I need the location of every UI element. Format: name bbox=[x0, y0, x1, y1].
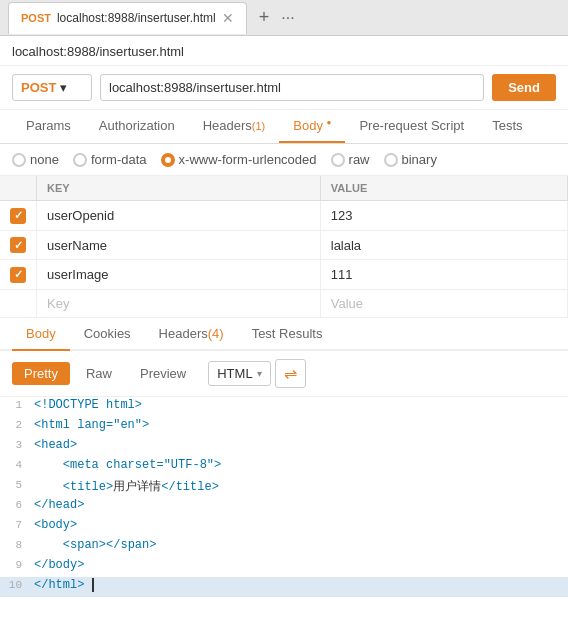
wrap-button[interactable]: ⇌ bbox=[275, 359, 306, 388]
tab-params[interactable]: Params bbox=[12, 110, 85, 143]
tab-tests[interactable]: Tests bbox=[478, 110, 536, 143]
body-type-options: none form-data x-www-form-urlencoded raw… bbox=[0, 144, 568, 176]
tab-body[interactable]: Body ● bbox=[279, 110, 345, 143]
row3-value[interactable]: 111 bbox=[320, 260, 567, 290]
line-content: <body> bbox=[30, 518, 568, 532]
line-number: 6 bbox=[0, 498, 30, 511]
tab-url: localhost:8988/insertuser.html bbox=[57, 11, 216, 25]
line-number: 5 bbox=[0, 478, 30, 491]
url-input[interactable] bbox=[100, 74, 484, 101]
format-label: HTML bbox=[217, 366, 252, 381]
method-select[interactable]: POST ▾ bbox=[12, 74, 92, 101]
pretty-button[interactable]: Pretty bbox=[12, 362, 70, 385]
line-content: <title>用户详情</title> bbox=[30, 478, 568, 495]
radio-form-data[interactable]: form-data bbox=[73, 152, 147, 167]
line-content: </head> bbox=[30, 498, 568, 512]
radio-raw-circle bbox=[331, 153, 345, 167]
radio-raw[interactable]: raw bbox=[331, 152, 370, 167]
request-nav-tabs: Params Authorization Headers(1) Body ● P… bbox=[0, 110, 568, 144]
table-row: userOpenid 123 bbox=[0, 201, 568, 231]
empty-value-cell[interactable]: Value bbox=[320, 289, 567, 317]
preview-button[interactable]: Preview bbox=[128, 362, 198, 385]
line-content: <html lang="en"> bbox=[30, 418, 568, 432]
url-display: localhost:8988/insertuser.html bbox=[0, 36, 568, 66]
line-number: 2 bbox=[0, 418, 30, 431]
send-button[interactable]: Send bbox=[492, 74, 556, 101]
params-table: KEY VALUE userOpenid 123 userName lalala… bbox=[0, 176, 568, 318]
radio-binary[interactable]: binary bbox=[384, 152, 437, 167]
code-line: 3<head> bbox=[0, 437, 568, 457]
line-content: </html> bbox=[30, 578, 568, 592]
radio-binary-circle bbox=[384, 153, 398, 167]
method-label: POST bbox=[21, 80, 56, 95]
response-toolbar: Pretty Raw Preview HTML ▾ ⇌ bbox=[0, 351, 568, 397]
request-line: POST ▾ Send bbox=[0, 66, 568, 110]
table-value-header: VALUE bbox=[320, 176, 567, 201]
format-dropdown-icon: ▾ bbox=[257, 368, 262, 379]
code-line: 7<body> bbox=[0, 517, 568, 537]
line-content: <head> bbox=[30, 438, 568, 452]
raw-button[interactable]: Raw bbox=[74, 362, 124, 385]
active-tab[interactable]: POST localhost:8988/insertuser.html ✕ bbox=[8, 2, 247, 34]
tab-cookies[interactable]: Cookies bbox=[70, 318, 145, 351]
code-line: 5 <title>用户详情</title> bbox=[0, 477, 568, 497]
row2-checkbox[interactable] bbox=[10, 237, 26, 253]
line-number: 1 bbox=[0, 398, 30, 411]
line-number: 10 bbox=[0, 578, 30, 591]
row3-checkbox[interactable] bbox=[10, 267, 26, 283]
row1-value[interactable]: 123 bbox=[320, 201, 567, 231]
row1-checkbox-cell[interactable] bbox=[0, 201, 37, 231]
line-content: <span></span> bbox=[30, 538, 568, 552]
row3-key[interactable]: userImage bbox=[37, 260, 321, 290]
radio-none-circle bbox=[12, 153, 26, 167]
table-key-header: KEY bbox=[37, 176, 321, 201]
line-number: 8 bbox=[0, 538, 30, 551]
browser-tab-bar: POST localhost:8988/insertuser.html ✕ + … bbox=[0, 0, 568, 36]
row2-checkbox-cell[interactable] bbox=[0, 230, 37, 260]
code-line: 10</html> bbox=[0, 577, 568, 597]
line-content: </body> bbox=[30, 558, 568, 572]
tab-response-body[interactable]: Body bbox=[12, 318, 70, 351]
row1-checkbox[interactable] bbox=[10, 208, 26, 224]
line-number: 4 bbox=[0, 458, 30, 471]
more-tabs-button[interactable]: ··· bbox=[277, 5, 298, 31]
table-row: userImage 111 bbox=[0, 260, 568, 290]
radio-urlencoded-circle bbox=[161, 153, 175, 167]
add-tab-button[interactable]: + bbox=[251, 3, 278, 32]
table-checkbox-header bbox=[0, 176, 37, 201]
radio-urlencoded[interactable]: x-www-form-urlencoded bbox=[161, 152, 317, 167]
tab-test-results[interactable]: Test Results bbox=[238, 318, 337, 351]
code-line: 4 <meta charset="UTF-8"> bbox=[0, 457, 568, 477]
radio-form-data-circle bbox=[73, 153, 87, 167]
response-nav-tabs: Body Cookies Headers(4) Test Results bbox=[0, 318, 568, 351]
row2-value[interactable]: lalala bbox=[320, 230, 567, 260]
line-number: 9 bbox=[0, 558, 30, 571]
tab-headers[interactable]: Headers(1) bbox=[189, 110, 280, 143]
row2-key[interactable]: userName bbox=[37, 230, 321, 260]
tab-authorization[interactable]: Authorization bbox=[85, 110, 189, 143]
line-content: <meta charset="UTF-8"> bbox=[30, 458, 568, 472]
code-line: 9</body> bbox=[0, 557, 568, 577]
method-dropdown-icon: ▾ bbox=[60, 80, 67, 95]
code-line: 8 <span></span> bbox=[0, 537, 568, 557]
row1-key[interactable]: userOpenid bbox=[37, 201, 321, 231]
close-tab-icon[interactable]: ✕ bbox=[222, 10, 234, 26]
format-select[interactable]: HTML ▾ bbox=[208, 361, 270, 386]
radio-none[interactable]: none bbox=[12, 152, 59, 167]
code-line: 6</head> bbox=[0, 497, 568, 517]
tab-method: POST bbox=[21, 12, 51, 24]
code-area: 1<!DOCTYPE html>2<html lang="en">3<head>… bbox=[0, 397, 568, 597]
empty-key-cell[interactable]: Key bbox=[37, 289, 321, 317]
code-line: 2<html lang="en"> bbox=[0, 417, 568, 437]
line-content: <!DOCTYPE html> bbox=[30, 398, 568, 412]
row3-checkbox-cell[interactable] bbox=[0, 260, 37, 290]
table-empty-row: Key Value bbox=[0, 289, 568, 317]
tab-pre-request[interactable]: Pre-request Script bbox=[345, 110, 478, 143]
line-number: 3 bbox=[0, 438, 30, 451]
line-number: 7 bbox=[0, 518, 30, 531]
tab-response-headers[interactable]: Headers(4) bbox=[145, 318, 238, 351]
empty-checkbox-cell bbox=[0, 289, 37, 317]
table-row: userName lalala bbox=[0, 230, 568, 260]
code-line: 1<!DOCTYPE html> bbox=[0, 397, 568, 417]
